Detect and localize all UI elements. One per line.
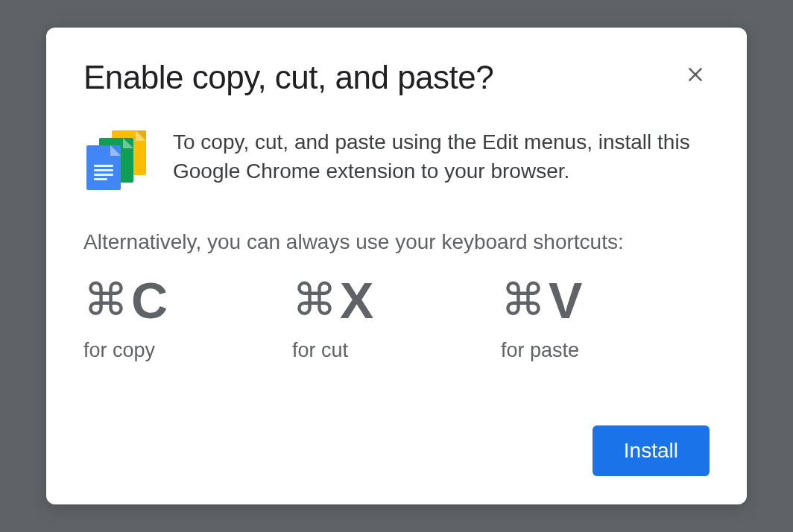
intro-text: To copy, cut, and paste using the Edit m… xyxy=(173,127,710,186)
dialog-title: Enable copy, cut, and paste? xyxy=(83,59,493,96)
clipboard-dialog: Enable copy, cut, and paste? To copy, cu… xyxy=(46,28,747,504)
intro-row: To copy, cut, and paste using the Edit m… xyxy=(83,127,710,191)
shortcut-label-paste: for paste xyxy=(501,339,710,362)
shortcuts-row: ⌘C for copy ⌘X for cut ⌘V for paste xyxy=(83,275,710,362)
shortcut-label-copy: for copy xyxy=(83,339,292,362)
shortcut-label-cut: for cut xyxy=(292,339,501,362)
close-icon xyxy=(686,65,705,84)
dialog-header: Enable copy, cut, and paste? xyxy=(83,59,710,96)
shortcut-key: V xyxy=(549,275,584,326)
command-icon: ⌘ xyxy=(83,278,130,323)
shortcut-cut: ⌘X for cut xyxy=(292,275,501,362)
google-editors-icon xyxy=(83,130,145,191)
shortcut-keys-paste: ⌘V xyxy=(501,275,710,326)
dialog-footer: Install xyxy=(83,425,710,476)
shortcut-paste: ⌘V for paste xyxy=(501,275,710,362)
close-button[interactable] xyxy=(681,60,710,89)
shortcut-keys-copy: ⌘C xyxy=(83,275,292,326)
shortcut-key: C xyxy=(131,275,169,326)
shortcut-keys-cut: ⌘X xyxy=(292,275,501,326)
command-icon: ⌘ xyxy=(501,278,547,323)
install-button[interactable]: Install xyxy=(593,425,710,476)
shortcut-key: X xyxy=(340,275,375,326)
command-icon: ⌘ xyxy=(292,278,338,323)
alternative-text: Alternatively, you can always use your k… xyxy=(83,230,710,254)
shortcut-copy: ⌘C for copy xyxy=(83,275,292,362)
